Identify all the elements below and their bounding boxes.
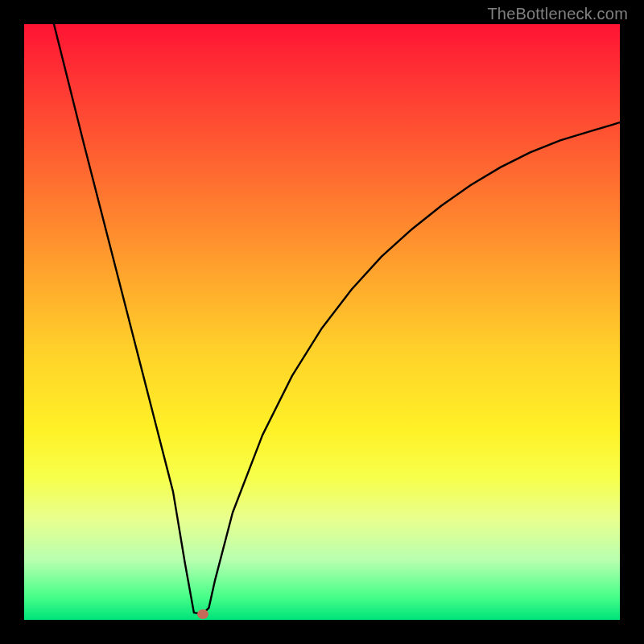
chart-frame: TheBottleneck.com	[0, 0, 644, 644]
watermark-text: TheBottleneck.com	[487, 5, 628, 23]
minimum-marker	[197, 609, 208, 619]
plot-area	[24, 24, 620, 620]
bottleneck-curve	[24, 24, 620, 620]
